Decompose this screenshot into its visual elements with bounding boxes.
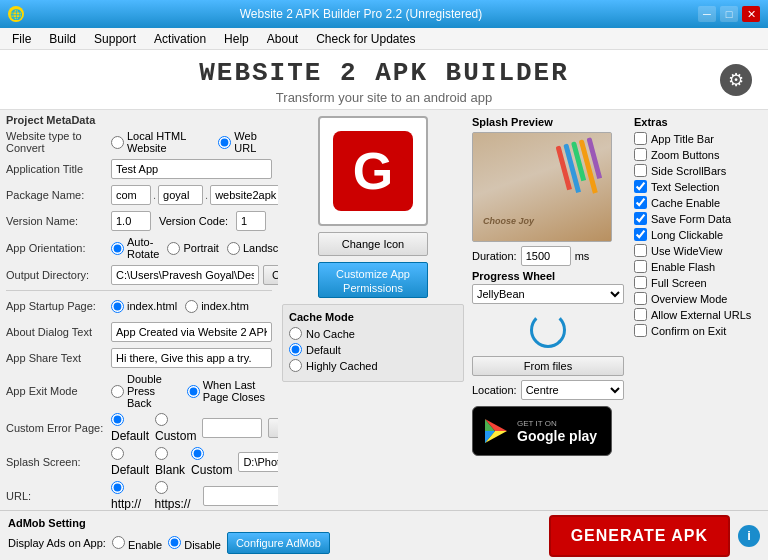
radio-landscape[interactable]: Landscape <box>227 242 278 255</box>
app-share-input[interactable] <box>111 348 272 368</box>
info-icon[interactable]: i <box>738 525 760 547</box>
extra-long-clickable[interactable]: Long Clickable <box>634 228 762 241</box>
extra-overview-mode[interactable]: Overview Mode <box>634 292 762 305</box>
menu-support[interactable]: Support <box>86 30 144 48</box>
extra-side-scrollbars[interactable]: Side ScrollBars <box>634 164 762 177</box>
output-dir-input[interactable] <box>111 265 259 285</box>
settings-icon[interactable]: ⚙ <box>720 64 752 96</box>
extras-title: Extras <box>634 116 762 128</box>
radio-admob-disable[interactable]: Disable <box>168 536 221 551</box>
cache-highly-cached[interactable]: Highly Cached <box>289 359 457 372</box>
app-subtitle: Transform your site to an android app <box>0 90 768 105</box>
startup-group: index.html index.htm <box>111 300 249 313</box>
package-part2[interactable] <box>158 185 203 205</box>
google-play-badge[interactable]: GET IT ON Google play <box>472 406 612 456</box>
cache-default[interactable]: Default <box>289 343 457 356</box>
extra-save-form-data[interactable]: Save Form Data <box>634 212 762 225</box>
app-title-input[interactable] <box>111 159 272 179</box>
version-code-input[interactable] <box>236 211 266 231</box>
url-input[interactable] <box>203 486 278 506</box>
splash-screen-label: Splash Screen: <box>6 456 111 468</box>
radio-last-page[interactable]: When Last Page Closes <box>187 379 272 403</box>
mid-panel: G Change Icon Customize App Permissions … <box>278 110 468 510</box>
menu-file[interactable]: File <box>4 30 39 48</box>
custom-error-label: Custom Error Page: <box>6 422 111 434</box>
radio-index-htm[interactable]: index.htm <box>185 300 249 313</box>
duration-row: Duration: ms <box>472 246 624 266</box>
extra-zoom-buttons[interactable]: Zoom Buttons <box>634 148 762 161</box>
menu-activation[interactable]: Activation <box>146 30 214 48</box>
radio-http[interactable]: http:// <box>111 481 149 510</box>
orientation-group: Auto-Rotate Portrait Landscape <box>111 236 278 260</box>
admob-row: AdMob Setting <box>8 517 330 529</box>
extra-app-title-bar[interactable]: App Title Bar <box>634 132 762 145</box>
radio-https[interactable]: https:// <box>155 481 197 510</box>
progress-style-select[interactable]: JellyBean ICS Gingerbread <box>472 284 624 304</box>
error-browse-button[interactable]: Browse... <box>268 418 278 438</box>
radio-local-html[interactable]: Local HTML Website <box>111 130 210 154</box>
version-name-input[interactable] <box>111 211 151 231</box>
app-icon-box: G <box>318 116 428 226</box>
app-share-label: App Share Text <box>6 352 111 364</box>
bottom-bar: AdMob Setting Display Ads on App: Enable… <box>0 510 768 560</box>
change-icon-button[interactable]: Change Icon <box>318 232 428 256</box>
radio-web-url[interactable]: Web URL <box>218 130 272 154</box>
menu-build[interactable]: Build <box>41 30 84 48</box>
minimize-button[interactable]: ─ <box>698 6 716 22</box>
menu-about[interactable]: About <box>259 30 306 48</box>
extras-panel: Extras App Title Bar Zoom Buttons Side S… <box>628 110 768 510</box>
close-button[interactable]: ✕ <box>742 6 760 22</box>
radio-double-press[interactable]: Double Press Back <box>111 373 181 409</box>
duration-label: Duration: <box>472 250 517 262</box>
progress-row: JellyBean ICS Gingerbread <box>472 284 624 304</box>
radio-splash-default[interactable]: Default <box>111 447 149 477</box>
app-title-label: Application Title <box>6 163 111 175</box>
menu-check-updates[interactable]: Check for Updates <box>308 30 423 48</box>
customize-permissions-button[interactable]: Customize App Permissions <box>318 262 428 298</box>
package-part1[interactable] <box>111 185 151 205</box>
cache-title: Cache Mode <box>289 311 457 323</box>
extra-confirm-on-exit[interactable]: Confirm on Exit <box>634 324 762 337</box>
configure-admob-button[interactable]: Configure AdMob <box>227 532 330 554</box>
package-label: Package Name: <box>6 189 111 201</box>
extra-allow-external-urls[interactable]: Allow External URLs <box>634 308 762 321</box>
admob-label: Display Ads on App: <box>8 537 106 549</box>
website-type-group: Local HTML Website Web URL <box>111 130 272 154</box>
window-controls: ─ □ ✕ <box>698 6 760 22</box>
radio-auto-rotate[interactable]: Auto-Rotate <box>111 236 159 260</box>
menu-help[interactable]: Help <box>216 30 257 48</box>
splash-path-input[interactable] <box>238 452 278 472</box>
orientation-label: App Orientation: <box>6 242 111 254</box>
radio-error-custom[interactable]: Custom <box>155 413 196 443</box>
about-dialog-input[interactable] <box>111 322 272 342</box>
extra-text-selection[interactable]: Text Selection <box>634 180 762 193</box>
extra-use-wideview[interactable]: Use WideView <box>634 244 762 257</box>
progress-wheel-indicator <box>530 312 566 348</box>
extra-cache-enable[interactable]: Cache Enable <box>634 196 762 209</box>
radio-splash-blank[interactable]: Blank <box>155 447 185 477</box>
generate-apk-button[interactable]: GENERATE APK <box>549 515 730 557</box>
location-select[interactable]: Centre Top Bottom <box>521 380 624 400</box>
radio-error-default[interactable]: Default <box>111 413 149 443</box>
change-dir-button[interactable]: Change... <box>263 265 278 285</box>
radio-admob-enable[interactable]: Enable <box>112 536 162 551</box>
maximize-button[interactable]: □ <box>720 6 738 22</box>
radio-portrait[interactable]: Portrait <box>167 242 218 255</box>
error-path-input[interactable] <box>202 418 262 438</box>
bottom-left: AdMob Setting Display Ads on App: Enable… <box>8 517 330 554</box>
splash-preview-image: Choose Joy <box>472 132 612 242</box>
cache-no-cache[interactable]: No Cache <box>289 327 457 340</box>
menu-bar: File Build Support Activation Help About… <box>0 28 768 50</box>
extra-full-screen[interactable]: Full Screen <box>634 276 762 289</box>
app-icon: 🌐 <box>8 6 24 22</box>
website-type-label: Website type to Convert <box>6 130 111 154</box>
package-part3[interactable] <box>210 185 278 205</box>
splash-panel: Splash Preview Choose Joy Duration <box>468 110 628 510</box>
custom-error-row: Default Custom Browse... <box>111 413 278 443</box>
radio-index-html[interactable]: index.html <box>111 300 177 313</box>
duration-input[interactable] <box>521 246 571 266</box>
from-files-button[interactable]: From files <box>472 356 624 376</box>
project-metadata-title: Project MetaData <box>6 114 272 126</box>
extra-enable-flash[interactable]: Enable Flash <box>634 260 762 273</box>
radio-splash-custom[interactable]: Custom <box>191 447 232 477</box>
